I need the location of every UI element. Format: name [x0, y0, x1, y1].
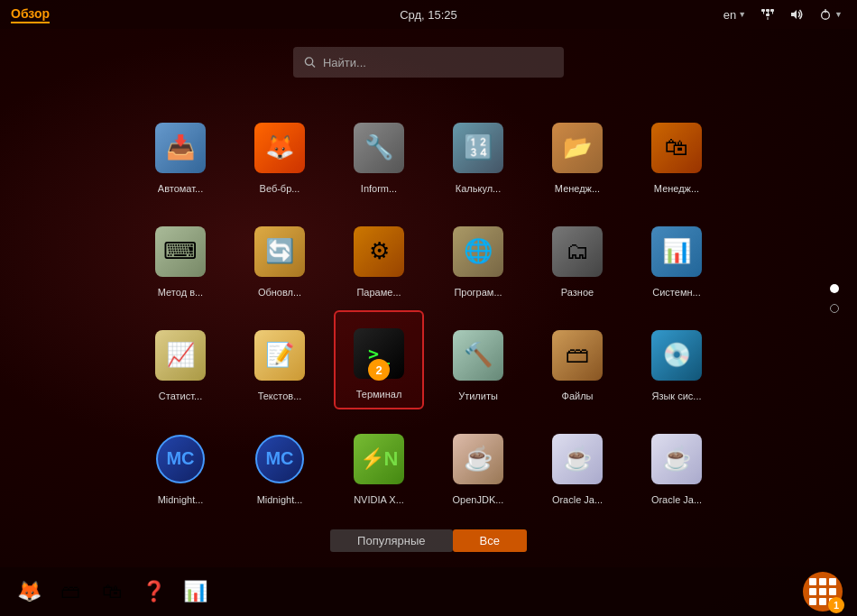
app-icon-metod: ⌨ [152, 223, 209, 280]
app-item-statist[interactable]: 📈Статист... [135, 310, 226, 409]
app-icon-oracle2: ☕ [648, 430, 705, 488]
app-icon-sistem: 📊 [648, 223, 705, 280]
app-item-util[interactable]: 🔨Утилиты [433, 310, 523, 409]
svg-marker-8 [791, 10, 797, 19]
svg-rect-2 [770, 9, 774, 12]
app-item-mendj1[interactable]: 📂Менедж... [532, 103, 622, 202]
main-content: 📥Автомат...🦊Веб-бр...🔧Inform...🔢Калькул.… [0, 29, 857, 567]
language-tray[interactable]: en ▼ [720, 6, 750, 23]
svg-rect-4 [768, 17, 769, 20]
grid-tabs: ПопулярныеВсе [330, 529, 527, 552]
app-icon-mendj2: 🛍 [648, 119, 705, 177]
topbar-datetime: Срд, 15:25 [400, 8, 457, 22]
search-icon [304, 56, 316, 69]
app-icon-files: 🗃 [548, 326, 606, 384]
app-item-firefox[interactable]: 🦊Веб-бр... [235, 103, 325, 202]
app-item-midnight1[interactable]: MCMidnight... [135, 414, 226, 513]
taskbar: 🦊🗃🛍❓📊 1 [0, 567, 857, 616]
app-label-mendj2: Менедж... [654, 182, 699, 195]
power-icon [818, 8, 833, 21]
app-icon-calc: 🔢 [449, 119, 507, 177]
search-bar[interactable] [293, 47, 564, 78]
app-item-lang[interactable]: 💿Язык сис... [631, 310, 722, 409]
app-label-tekst: Текстов... [258, 390, 302, 402]
volume-tray[interactable] [786, 6, 807, 23]
app-item-terminal[interactable]: >_2Терминал [334, 310, 424, 409]
badge-number-terminal: 2 [368, 359, 390, 381]
app-item-tekst[interactable]: 📝Текстов... [235, 310, 325, 409]
power-tray[interactable]: ▼ [815, 6, 846, 23]
app-item-sistem[interactable]: 📊Системн... [631, 207, 722, 306]
app-label-lang: Язык сис... [651, 390, 701, 402]
app-grid: 📥Автомат...🦊Веб-бр...🔧Inform...🔢Калькул.… [135, 103, 722, 513]
app-item-inform[interactable]: 🔧Inform... [334, 103, 424, 202]
svg-rect-7 [772, 12, 773, 14]
app-item-openjdk[interactable]: ☕OpenJDK... [433, 414, 523, 513]
overview-button[interactable]: Обзор [11, 6, 50, 23]
scroll-dot-1 [830, 284, 839, 293]
svg-rect-1 [766, 9, 769, 12]
app-icon-util: 🔨 [449, 326, 507, 384]
app-icon-mendj1: 📂 [548, 119, 606, 177]
taskbar-sysmon[interactable]: 📊 [177, 574, 213, 610]
taskbar-firefox[interactable]: 🦊 [11, 574, 47, 610]
app-icon-statist: 📈 [152, 326, 209, 384]
app-icon-progr: 🌐 [449, 223, 507, 280]
app-label-midnight2: Midnight... [257, 493, 303, 506]
app-label-automat: Автомат... [158, 182, 203, 195]
app-item-razn[interactable]: 🗂Разное [532, 207, 622, 306]
power-dropdown-arrow: ▼ [834, 10, 843, 19]
network-icon [760, 8, 775, 21]
app-item-files[interactable]: 🗃Файлы [532, 310, 622, 409]
svg-point-11 [305, 58, 312, 65]
app-label-statist: Статист... [159, 390, 202, 402]
scroll-indicators [830, 284, 839, 313]
tab-popular[interactable]: Популярные [330, 529, 452, 552]
apps-button-badge: 1 [828, 597, 844, 613]
app-label-oracle2: Oracle Ja... [651, 493, 702, 506]
app-item-automat[interactable]: 📥Автомат... [135, 103, 226, 202]
app-label-inform: Inform... [361, 182, 397, 195]
app-label-metod: Метод в... [158, 286, 203, 299]
desktop: Обзор Срд, 15:25 en ▼ [0, 0, 857, 616]
app-label-obnovl: Обновл... [258, 286, 301, 299]
app-icon-automat: 📥 [152, 119, 209, 177]
app-icon-firefox: 🦊 [251, 119, 309, 177]
app-item-oracle1[interactable]: ☕Oracle Ja... [532, 414, 622, 513]
lang-dropdown-arrow: ▼ [738, 10, 746, 19]
app-label-midnight1: Midnight... [158, 493, 204, 506]
app-item-calc[interactable]: 🔢Калькул... [433, 103, 523, 202]
app-label-firefox: Веб-бр... [260, 182, 300, 195]
svg-rect-6 [768, 12, 769, 14]
svg-rect-3 [766, 14, 769, 16]
app-icon-obnovl: 🔄 [251, 223, 309, 280]
app-icon-razn: 🗂 [548, 223, 606, 280]
taskbar-files[interactable]: 🗃 [52, 574, 88, 610]
app-item-obnovl[interactable]: 🔄Обновл... [235, 207, 325, 306]
app-label-progr: Програм... [454, 286, 502, 299]
app-label-param: Параме... [356, 286, 401, 299]
taskbar-help[interactable]: ❓ [135, 574, 171, 610]
app-item-metod[interactable]: ⌨Метод в... [135, 207, 226, 306]
app-icon-midnight1: MC [152, 430, 209, 488]
app-icon-oracle1: ☕ [548, 430, 606, 488]
taskbar-software[interactable]: 🛍 [94, 574, 130, 610]
app-label-nvidia: NVIDIA X... [354, 493, 404, 506]
search-input[interactable] [323, 56, 553, 69]
topbar-left: Обзор [11, 6, 50, 23]
app-icon-openjdk: ☕ [449, 430, 507, 488]
app-item-progr[interactable]: 🌐Програм... [433, 207, 523, 306]
app-item-oracle2[interactable]: ☕Oracle Ja... [631, 414, 722, 513]
app-item-midnight2[interactable]: MCMidnight... [235, 414, 325, 513]
app-item-mendj2[interactable]: 🛍Менедж... [631, 103, 722, 202]
app-item-param[interactable]: ⚙Параме... [334, 207, 424, 306]
tab-all[interactable]: Все [453, 529, 527, 552]
apps-button[interactable]: 1 [803, 572, 843, 611]
scroll-dot-2 [830, 304, 839, 313]
network-tray[interactable] [757, 6, 779, 23]
app-icon-midnight2: MC [251, 430, 309, 488]
app-item-nvidia[interactable]: ⚡NNVIDIA X... [334, 414, 424, 513]
app-icon-lang: 💿 [648, 326, 705, 384]
app-label-razn: Разное [561, 286, 594, 299]
app-icon-tekst: 📝 [251, 326, 309, 384]
